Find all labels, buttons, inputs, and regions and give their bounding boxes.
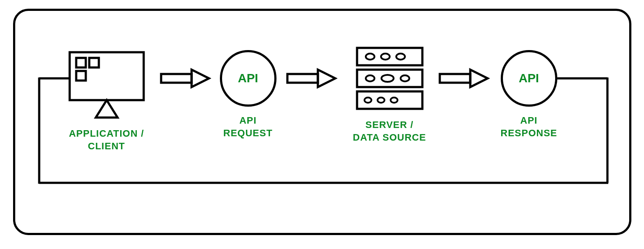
api-request-label: API REQUEST bbox=[220, 114, 276, 139]
node-api-response: API API RESPONSE bbox=[501, 50, 557, 139]
svg-point-20 bbox=[391, 98, 398, 103]
svg-rect-2 bbox=[89, 58, 99, 67]
svg-point-19 bbox=[378, 98, 384, 103]
svg-rect-1 bbox=[76, 58, 86, 67]
api-request-text: API bbox=[238, 71, 258, 85]
svg-marker-4 bbox=[96, 100, 118, 118]
api-response-label: API RESPONSE bbox=[501, 114, 557, 139]
api-response-text: API bbox=[519, 71, 539, 85]
arrow-right-icon bbox=[438, 67, 490, 89]
server-label: SERVER / DATA SOURCE bbox=[351, 119, 429, 144]
svg-rect-13 bbox=[357, 70, 422, 87]
svg-point-14 bbox=[366, 75, 374, 81]
svg-point-18 bbox=[364, 98, 371, 103]
svg-rect-3 bbox=[76, 71, 86, 81]
svg-point-10 bbox=[366, 54, 374, 60]
svg-point-15 bbox=[381, 75, 394, 82]
computer-monitor-icon bbox=[67, 50, 146, 120]
api-circle-icon: API bbox=[501, 50, 557, 107]
svg-marker-8 bbox=[318, 70, 335, 87]
node-api-request: API API REQUEST bbox=[220, 50, 276, 139]
svg-rect-7 bbox=[287, 74, 318, 83]
diagram-frame: APPLICATION / CLIENT API API REQUEST bbox=[13, 9, 631, 235]
svg-rect-0 bbox=[70, 52, 144, 100]
node-client: APPLICATION / CLIENT bbox=[67, 50, 146, 152]
svg-point-16 bbox=[401, 75, 409, 81]
arrow-right-icon bbox=[159, 67, 211, 89]
svg-rect-21 bbox=[440, 74, 470, 83]
arrow-right-icon bbox=[285, 67, 337, 89]
svg-rect-5 bbox=[161, 74, 192, 83]
svg-marker-6 bbox=[192, 70, 209, 87]
node-server: SERVER / DATA SOURCE bbox=[351, 46, 429, 144]
server-icon bbox=[351, 46, 429, 111]
svg-point-12 bbox=[396, 54, 405, 60]
client-label: APPLICATION / CLIENT bbox=[67, 128, 146, 152]
svg-marker-22 bbox=[470, 70, 488, 87]
svg-point-11 bbox=[381, 54, 390, 60]
api-circle-icon: API bbox=[220, 50, 276, 107]
